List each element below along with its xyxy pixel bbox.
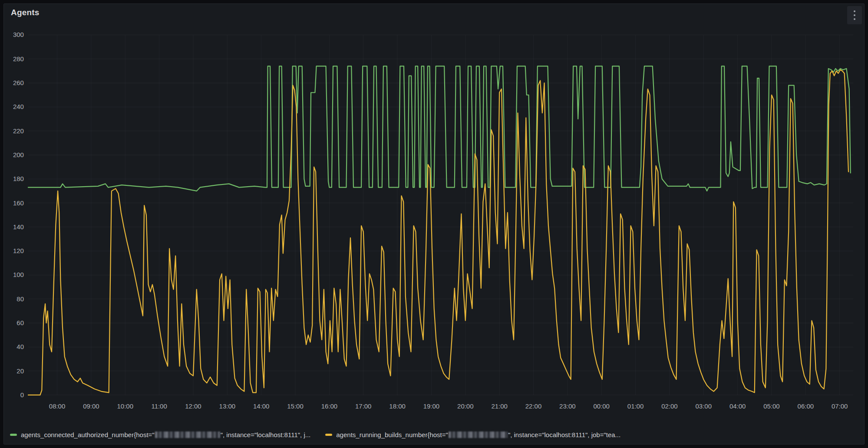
- panel-title: Agents: [11, 8, 40, 17]
- x-axis-tick-label: 00:00: [593, 403, 609, 410]
- chart-svg[interactable]: 0204060801001201401601802002202402602803…: [7, 20, 861, 425]
- x-axis-tick-label: 03:00: [696, 403, 712, 410]
- x-axis-tick-label: 01:00: [627, 403, 644, 410]
- x-axis-tick-label: 12:00: [185, 403, 201, 410]
- kebab-dot: [854, 14, 855, 16]
- y-axis-tick-label: 200: [13, 152, 24, 158]
- y-axis-tick-label: 140: [13, 224, 24, 231]
- x-axis-tick-label: 14:00: [253, 403, 269, 410]
- legend-item-agents_running_builds_number[interactable]: agents_running_builds_number{host="", in…: [325, 431, 620, 438]
- redacted-host-value: [155, 432, 220, 438]
- legend-series-swatch-icon: [325, 434, 332, 436]
- y-axis-tick-label: 220: [13, 128, 24, 135]
- x-axis-tick-label: 07:00: [832, 403, 848, 410]
- x-axis-tick-label: 20:00: [457, 403, 473, 410]
- chart-legend: agents_connected_authorized_number{host=…: [10, 428, 861, 441]
- x-axis-tick-label: 09:00: [83, 403, 99, 410]
- redacted-host-value: [449, 432, 508, 438]
- x-axis-tick-label: 08:00: [49, 403, 65, 410]
- y-axis-tick-label: 20: [17, 368, 24, 375]
- panel-header: Agents: [4, 4, 864, 20]
- x-axis-tick-label: 18:00: [389, 403, 405, 410]
- kebab-dot: [854, 18, 855, 20]
- legend-series-swatch-icon: [10, 434, 17, 436]
- y-axis-tick-label: 100: [13, 271, 24, 278]
- x-axis-tick-label: 06:00: [798, 403, 814, 410]
- y-axis-tick-label: 80: [17, 296, 24, 303]
- y-axis-tick-label: 40: [17, 343, 24, 350]
- series-line-agents_connected_authorized_number: [28, 66, 851, 191]
- x-axis-tick-label: 02:00: [661, 403, 677, 410]
- x-axis-tick-label: 05:00: [763, 403, 779, 410]
- x-axis-tick-label: 13:00: [219, 403, 235, 410]
- kebab-dot: [854, 10, 855, 12]
- y-axis-tick-label: 260: [13, 79, 24, 86]
- x-axis-tick-label: 17:00: [355, 403, 371, 410]
- x-axis-tick-label: 23:00: [559, 403, 575, 410]
- y-axis-tick-label: 280: [13, 56, 24, 63]
- x-axis-tick-label: 16:00: [321, 403, 337, 410]
- y-axis-tick-label: 60: [17, 320, 24, 326]
- x-axis-tick-label: 10:00: [117, 403, 133, 410]
- y-axis-tick-label: 300: [13, 32, 24, 39]
- x-axis-tick-label: 11:00: [151, 403, 167, 410]
- legend-item-agents_connected_authorized_number[interactable]: agents_connected_authorized_number{host=…: [10, 431, 310, 438]
- legend-label: agents_connected_authorized_number{host=…: [21, 431, 310, 438]
- y-axis-tick-label: 240: [13, 103, 24, 110]
- x-axis-tick-label: 19:00: [423, 403, 439, 410]
- x-axis-tick-label: 21:00: [491, 403, 507, 410]
- grafana-panel: Agents 020406080100120140160180200220240…: [3, 3, 865, 445]
- legend-label: agents_running_builds_number{host="", in…: [336, 431, 620, 438]
- y-axis-tick-label: 120: [13, 247, 24, 254]
- y-axis-tick-label: 0: [20, 392, 24, 399]
- y-axis-tick-label: 160: [13, 200, 24, 207]
- time-series-chart[interactable]: 0204060801001201401601802002202402602803…: [7, 20, 861, 425]
- x-axis-tick-label: 15:00: [287, 403, 303, 410]
- x-axis-tick-label: 04:00: [729, 403, 746, 410]
- y-axis-tick-label: 180: [13, 175, 24, 182]
- x-axis-tick-label: 22:00: [525, 403, 541, 410]
